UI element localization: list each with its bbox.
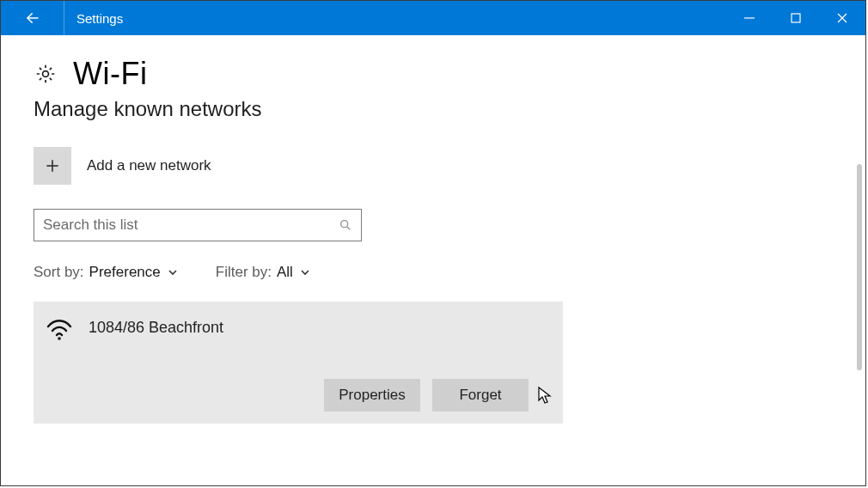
svg-point-10 — [58, 337, 61, 340]
svg-point-8 — [341, 221, 348, 228]
arrow-left-icon — [25, 10, 40, 26]
add-network-button[interactable]: Add a new network — [34, 147, 865, 185]
chevron-down-icon — [300, 267, 310, 278]
minimize-icon — [743, 12, 755, 24]
filter-by-dropdown[interactable]: All — [277, 264, 310, 281]
maximize-icon — [790, 12, 802, 24]
search-icon — [339, 218, 352, 232]
window-title: Settings — [64, 11, 123, 26]
back-button[interactable] — [1, 1, 64, 35]
svg-rect-2 — [792, 14, 800, 22]
network-name: 1084/86 Beachfront — [89, 319, 223, 337]
minimize-button[interactable] — [726, 1, 773, 35]
filter-by-label: Filter by: — [216, 264, 272, 281]
cursor-icon — [537, 386, 553, 405]
scrollbar-thumb[interactable] — [857, 164, 862, 370]
svg-point-5 — [43, 71, 49, 77]
sort-by-value: Preference — [89, 264, 161, 281]
forget-button[interactable]: Forget — [432, 379, 529, 412]
chevron-down-icon — [168, 267, 178, 278]
add-network-label: Add a new network — [87, 157, 211, 174]
sort-by-label: Sort by: — [34, 264, 84, 281]
search-input[interactable] — [43, 217, 339, 234]
sort-by-dropdown[interactable]: Preference — [89, 264, 178, 281]
svg-line-9 — [347, 227, 350, 229]
plus-icon — [44, 157, 61, 174]
search-box[interactable] — [34, 209, 362, 241]
network-item[interactable]: 1084/86 Beachfront Properties Forget — [34, 302, 563, 424]
maximize-button[interactable] — [773, 1, 819, 35]
filter-by-value: All — [277, 264, 293, 281]
close-button[interactable] — [819, 1, 865, 35]
close-icon — [836, 12, 848, 24]
page-subtitle: Manage known networks — [34, 97, 865, 121]
gear-icon — [34, 62, 58, 86]
page-title: Wi-Fi — [73, 56, 147, 92]
properties-button[interactable]: Properties — [324, 379, 420, 412]
wifi-icon — [46, 314, 73, 341]
